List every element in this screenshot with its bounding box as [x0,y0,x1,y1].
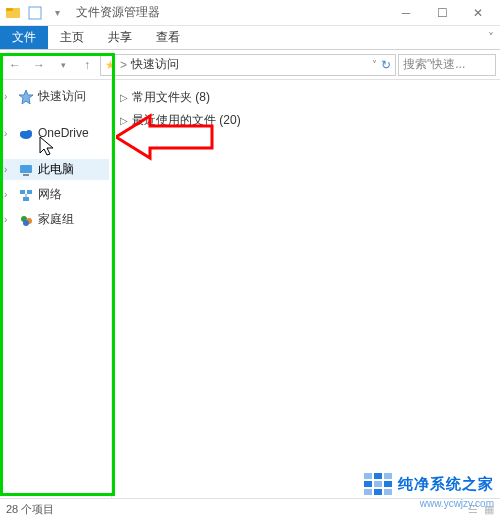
group-header[interactable]: ▷常用文件夹 (8) [118,86,494,109]
pc-icon [18,162,34,178]
svg-rect-10 [27,190,32,194]
properties-icon[interactable] [26,4,44,22]
chevron-right-icon[interactable]: ▷ [120,115,128,126]
tab-home[interactable]: 主页 [48,26,96,49]
group-header[interactable]: ▷最近使用的文件 (20) [118,109,494,132]
group-label: 最近使用的文件 (20) [132,112,241,129]
close-button[interactable]: ✕ [460,2,496,24]
tree-item-pc[interactable]: ›此电脑 [2,159,109,180]
chevron-right-icon[interactable]: › [4,164,14,175]
network-icon [18,187,34,203]
address-bar[interactable]: ★ > 快速访问 ˅ ↻ [100,54,396,76]
tab-file[interactable]: 文件 [0,26,48,49]
watermark: 纯净系统之家 [364,473,494,495]
refresh-icon[interactable]: ↻ [381,58,391,72]
address-text: 快速访问 [131,56,179,73]
watermark-url: www.ycwjzy.com [420,498,494,509]
tree-item-cloud[interactable]: ›OneDrive [2,123,109,143]
svg-rect-2 [29,7,41,19]
svg-rect-1 [6,8,13,11]
svg-point-6 [26,130,32,136]
main-pane: ▷常用文件夹 (8)▷最近使用的文件 (20) [112,80,500,498]
watermark-logo-icon [364,473,392,495]
back-button[interactable]: ← [4,54,26,76]
quick-access-toolbar: ▾ [4,4,66,22]
minimize-button[interactable]: ─ [388,2,424,24]
window-controls: ─ ☐ ✕ [388,2,496,24]
chevron-right-icon[interactable]: › [4,91,14,102]
navigation-pane: ›快速访问›OneDrive›此电脑›网络›家庭组 [0,80,112,498]
tab-view[interactable]: 查看 [144,26,192,49]
tree-item-label: 家庭组 [38,211,74,228]
svg-point-15 [23,220,29,226]
tree-item-homegroup[interactable]: ›家庭组 [2,209,109,230]
tree-item-label: 此电脑 [38,161,74,178]
group-label: 常用文件夹 (8) [132,89,210,106]
address-dropdown-icon[interactable]: ˅ [372,59,377,70]
up-button[interactable]: ↑ [76,54,98,76]
qat-dropdown-icon[interactable]: ▾ [48,4,66,22]
search-placeholder: 搜索"快速... [403,56,465,73]
history-dropdown-icon[interactable]: ▾ [52,54,74,76]
svg-marker-3 [19,90,33,104]
tree-item-network[interactable]: ›网络 [2,184,109,205]
tree-item-label: 快速访问 [38,88,86,105]
forward-button[interactable]: → [28,54,50,76]
search-box[interactable]: 搜索"快速... [398,54,496,76]
watermark-brand: 纯净系统之家 [398,475,494,494]
tree-item-label: OneDrive [38,126,89,140]
explorer-app-icon [4,4,22,22]
homegroup-icon [18,212,34,228]
svg-rect-7 [20,165,32,173]
star-icon [18,89,34,105]
window-title: 文件资源管理器 [76,4,160,21]
chevron-right-icon[interactable]: › [4,128,14,139]
chevron-right-icon[interactable]: ▷ [120,92,128,103]
navigation-bar: ← → ▾ ↑ ★ > 快速访问 ˅ ↻ 搜索"快速... [0,50,500,80]
content-area: ›快速访问›OneDrive›此电脑›网络›家庭组 ▷常用文件夹 (8)▷最近使… [0,80,500,498]
tab-share[interactable]: 共享 [96,26,144,49]
title-bar: ▾ 文件资源管理器 ─ ☐ ✕ [0,0,500,26]
maximize-button[interactable]: ☐ [424,2,460,24]
tree-item-star[interactable]: ›快速访问 [2,86,109,107]
chevron-right-icon[interactable]: › [4,189,14,200]
tree-item-label: 网络 [38,186,62,203]
svg-rect-11 [23,197,29,201]
svg-rect-8 [23,174,29,176]
address-chevron-icon: > [120,58,127,72]
ribbon-tabs: 文件 主页 共享 查看 ˅ [0,26,500,50]
svg-rect-9 [20,190,25,194]
status-item-count: 28 个项目 [6,502,54,517]
ribbon-expand-icon[interactable]: ˅ [488,31,494,45]
chevron-right-icon[interactable]: › [4,214,14,225]
svg-point-5 [20,131,26,137]
quick-access-star-icon: ★ [105,58,116,72]
cloud-icon [18,125,34,141]
